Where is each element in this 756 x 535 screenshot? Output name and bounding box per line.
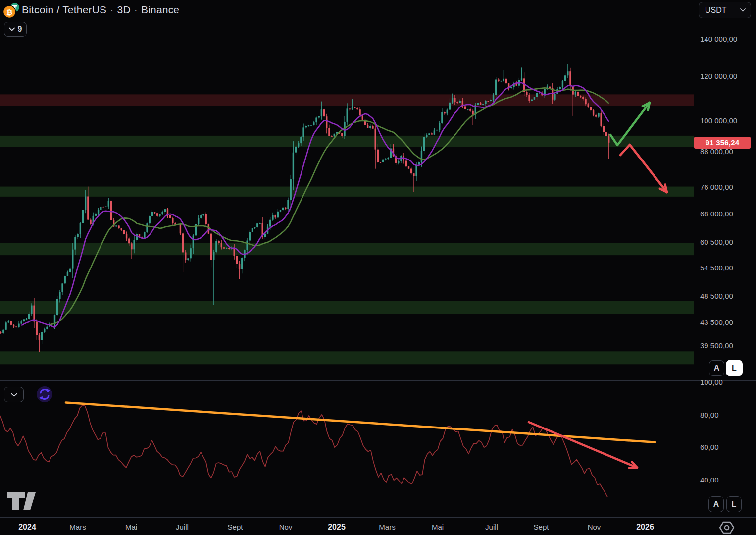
time-axis-label: 2026 — [636, 523, 654, 532]
oscillator-panel[interactable] — [0, 381, 694, 517]
price-axis-label: 100 000,00 — [700, 116, 737, 125]
indicator-sync-icon[interactable] — [36, 386, 53, 403]
bitcoin-tether-pair-icon: ₿ — [2, 2, 20, 19]
time-axis-label: Mars — [379, 523, 395, 531]
moving-average-line — [50, 88, 609, 324]
price-axis-label: 43 500,00 — [700, 318, 733, 326]
svg-text:₿: ₿ — [6, 8, 12, 16]
oscillator-collapse-button[interactable] — [4, 387, 24, 402]
time-axis-label: Juill — [176, 523, 189, 531]
bearish-arrow-drawing[interactable] — [620, 145, 667, 192]
symbol-name: Bitcoin / TetherUS — [22, 4, 106, 15]
oscillator-bearish-arrow-drawing[interactable] — [529, 422, 637, 468]
trendline-drawing[interactable] — [66, 402, 655, 442]
time-axis[interactable]: 2024MarsMaiJuillSeptNov2025MarsMaiJuillS… — [0, 518, 694, 535]
support-zone — [0, 301, 694, 314]
time-axis-label: Mars — [69, 523, 86, 531]
chevron-down-icon — [9, 27, 15, 31]
currency-dropdown[interactable]: USDT — [699, 2, 751, 18]
chevron-down-icon — [740, 8, 746, 12]
time-axis-label: Juill — [485, 523, 498, 531]
price-axis-label: 54 500,00 — [700, 264, 733, 272]
time-axis-label: Mai — [432, 523, 444, 531]
time-axis-label: Nov — [588, 523, 601, 531]
separator-dot: · — [106, 4, 117, 15]
time-axis-label: Nov — [279, 523, 293, 531]
support-zone — [0, 136, 694, 147]
log-scale-button[interactable]: L — [726, 360, 743, 376]
time-axis-label: 2024 — [18, 523, 36, 532]
support-zone — [0, 187, 694, 197]
price-axis-label: 39 500,00 — [700, 341, 733, 350]
support-zone — [0, 351, 694, 364]
osc-auto-scale-button[interactable]: A — [708, 496, 724, 512]
currency-value: USDT — [705, 6, 727, 15]
price-axis-label: 48 500,00 — [700, 292, 733, 300]
time-axis-label: Sept — [534, 523, 549, 531]
interval-label: 3D — [117, 4, 131, 15]
price-axis[interactable]: 140 000,00120 000,00100 000,0088 000,007… — [694, 0, 756, 380]
price-axis-label: 68 000,00 — [700, 210, 733, 218]
last-price-tag: 91 356,24 — [694, 137, 751, 149]
auto-scale-button[interactable]: A — [709, 360, 724, 376]
time-axis-label: 2025 — [328, 523, 346, 532]
support-zone — [0, 243, 694, 255]
oscillator-axis-label: 80,00 — [700, 411, 719, 419]
indicators-collapse-badge[interactable]: 9 — [4, 22, 27, 37]
oscillator-axis-label: 100,00 — [700, 378, 723, 386]
price-axis-label: 76 000,00 — [700, 183, 733, 191]
price-chart-panel[interactable] — [0, 0, 694, 380]
chevron-down-icon — [11, 393, 17, 397]
exchange-label: Binance — [141, 4, 179, 15]
timezone-settings-icon[interactable] — [719, 521, 735, 535]
oscillator-axis[interactable]: 100,0080,0060,0040,00 — [694, 380, 756, 517]
symbol-title[interactable]: Bitcoin / TetherUS·3D·Binance — [22, 4, 179, 16]
panel-divider — [0, 380, 756, 381]
price-axis-label: 120 000,00 — [700, 72, 737, 80]
tradingview-logo[interactable] — [6, 490, 42, 512]
price-axis-label: 140 000,00 — [700, 35, 737, 43]
oscillator-axis-label: 60,00 — [700, 443, 719, 451]
separator-dot: · — [131, 4, 141, 15]
osc-log-scale-button[interactable]: L — [726, 496, 742, 512]
oscillator-axis-label: 40,00 — [700, 476, 719, 484]
price-axis-label: 60 500,00 — [700, 238, 733, 246]
chart-app: ₿ Bitcoin / TetherUS·3D·Binance 9 USDT 1… — [0, 0, 756, 535]
time-axis-label: Sept — [228, 523, 243, 531]
indicator-count: 9 — [18, 25, 22, 34]
moving-average-line — [21, 83, 609, 327]
time-axis-label: Mai — [125, 523, 137, 531]
